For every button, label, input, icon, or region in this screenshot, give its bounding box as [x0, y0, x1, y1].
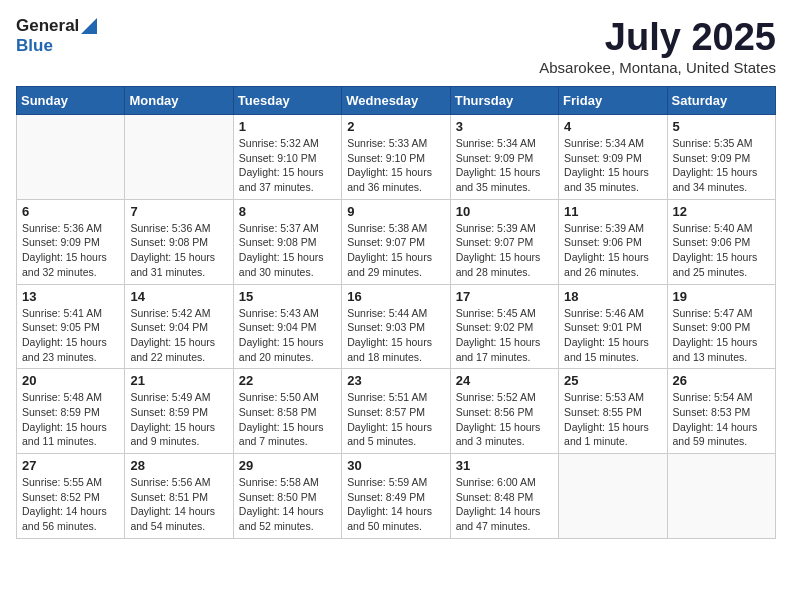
calendar-day-cell: 26Sunrise: 5:54 AM Sunset: 8:53 PM Dayli… — [667, 369, 775, 454]
day-number: 15 — [239, 289, 336, 304]
calendar-day-cell: 6Sunrise: 5:36 AM Sunset: 9:09 PM Daylig… — [17, 199, 125, 284]
day-info: Sunrise: 5:39 AM Sunset: 9:06 PM Dayligh… — [564, 221, 661, 280]
calendar-day-cell: 15Sunrise: 5:43 AM Sunset: 9:04 PM Dayli… — [233, 284, 341, 369]
day-info: Sunrise: 5:34 AM Sunset: 9:09 PM Dayligh… — [564, 136, 661, 195]
day-number: 1 — [239, 119, 336, 134]
calendar-day-cell: 4Sunrise: 5:34 AM Sunset: 9:09 PM Daylig… — [559, 115, 667, 200]
day-info: Sunrise: 5:38 AM Sunset: 9:07 PM Dayligh… — [347, 221, 444, 280]
calendar-day-cell: 11Sunrise: 5:39 AM Sunset: 9:06 PM Dayli… — [559, 199, 667, 284]
calendar-day-cell: 1Sunrise: 5:32 AM Sunset: 9:10 PM Daylig… — [233, 115, 341, 200]
day-info: Sunrise: 5:55 AM Sunset: 8:52 PM Dayligh… — [22, 475, 119, 534]
day-number: 17 — [456, 289, 553, 304]
month-title: July 2025 — [539, 16, 776, 59]
day-number: 28 — [130, 458, 227, 473]
day-number: 6 — [22, 204, 119, 219]
day-info: Sunrise: 5:47 AM Sunset: 9:00 PM Dayligh… — [673, 306, 770, 365]
logo-general: General — [16, 16, 79, 36]
day-number: 22 — [239, 373, 336, 388]
day-info: Sunrise: 5:40 AM Sunset: 9:06 PM Dayligh… — [673, 221, 770, 280]
day-info: Sunrise: 5:50 AM Sunset: 8:58 PM Dayligh… — [239, 390, 336, 449]
day-info: Sunrise: 5:32 AM Sunset: 9:10 PM Dayligh… — [239, 136, 336, 195]
day-number: 10 — [456, 204, 553, 219]
day-info: Sunrise: 5:42 AM Sunset: 9:04 PM Dayligh… — [130, 306, 227, 365]
weekday-header: Tuesday — [233, 87, 341, 115]
calendar-day-cell: 2Sunrise: 5:33 AM Sunset: 9:10 PM Daylig… — [342, 115, 450, 200]
day-number: 29 — [239, 458, 336, 473]
day-info: Sunrise: 5:45 AM Sunset: 9:02 PM Dayligh… — [456, 306, 553, 365]
calendar-day-cell: 27Sunrise: 5:55 AM Sunset: 8:52 PM Dayli… — [17, 454, 125, 539]
day-info: Sunrise: 5:56 AM Sunset: 8:51 PM Dayligh… — [130, 475, 227, 534]
calendar-day-cell — [17, 115, 125, 200]
day-info: Sunrise: 5:51 AM Sunset: 8:57 PM Dayligh… — [347, 390, 444, 449]
day-number: 14 — [130, 289, 227, 304]
day-number: 13 — [22, 289, 119, 304]
calendar-week-row: 20Sunrise: 5:48 AM Sunset: 8:59 PM Dayli… — [17, 369, 776, 454]
day-info: Sunrise: 5:34 AM Sunset: 9:09 PM Dayligh… — [456, 136, 553, 195]
calendar-day-cell: 9Sunrise: 5:38 AM Sunset: 9:07 PM Daylig… — [342, 199, 450, 284]
day-info: Sunrise: 6:00 AM Sunset: 8:48 PM Dayligh… — [456, 475, 553, 534]
calendar-day-cell: 16Sunrise: 5:44 AM Sunset: 9:03 PM Dayli… — [342, 284, 450, 369]
calendar-day-cell: 31Sunrise: 6:00 AM Sunset: 8:48 PM Dayli… — [450, 454, 558, 539]
logo: General Blue — [16, 16, 97, 56]
calendar-day-cell: 13Sunrise: 5:41 AM Sunset: 9:05 PM Dayli… — [17, 284, 125, 369]
calendar-day-cell — [559, 454, 667, 539]
calendar-day-cell: 19Sunrise: 5:47 AM Sunset: 9:00 PM Dayli… — [667, 284, 775, 369]
calendar-day-cell: 8Sunrise: 5:37 AM Sunset: 9:08 PM Daylig… — [233, 199, 341, 284]
calendar-day-cell: 28Sunrise: 5:56 AM Sunset: 8:51 PM Dayli… — [125, 454, 233, 539]
day-number: 19 — [673, 289, 770, 304]
calendar-week-row: 6Sunrise: 5:36 AM Sunset: 9:09 PM Daylig… — [17, 199, 776, 284]
logo-triangle-icon — [81, 18, 97, 34]
day-number: 12 — [673, 204, 770, 219]
day-number: 5 — [673, 119, 770, 134]
day-info: Sunrise: 5:59 AM Sunset: 8:49 PM Dayligh… — [347, 475, 444, 534]
calendar-table: SundayMondayTuesdayWednesdayThursdayFrid… — [16, 86, 776, 539]
day-number: 9 — [347, 204, 444, 219]
day-number: 24 — [456, 373, 553, 388]
calendar-day-cell: 10Sunrise: 5:39 AM Sunset: 9:07 PM Dayli… — [450, 199, 558, 284]
logo-blue: Blue — [16, 36, 53, 56]
weekday-header: Saturday — [667, 87, 775, 115]
day-number: 23 — [347, 373, 444, 388]
day-info: Sunrise: 5:43 AM Sunset: 9:04 PM Dayligh… — [239, 306, 336, 365]
calendar-day-cell: 12Sunrise: 5:40 AM Sunset: 9:06 PM Dayli… — [667, 199, 775, 284]
day-number: 3 — [456, 119, 553, 134]
day-info: Sunrise: 5:36 AM Sunset: 9:09 PM Dayligh… — [22, 221, 119, 280]
day-info: Sunrise: 5:49 AM Sunset: 8:59 PM Dayligh… — [130, 390, 227, 449]
calendar-day-cell: 7Sunrise: 5:36 AM Sunset: 9:08 PM Daylig… — [125, 199, 233, 284]
weekday-header: Monday — [125, 87, 233, 115]
day-number: 20 — [22, 373, 119, 388]
calendar-day-cell: 18Sunrise: 5:46 AM Sunset: 9:01 PM Dayli… — [559, 284, 667, 369]
day-number: 11 — [564, 204, 661, 219]
title-area: July 2025 Absarokee, Montana, United Sta… — [539, 16, 776, 76]
calendar-day-cell — [125, 115, 233, 200]
calendar-week-row: 13Sunrise: 5:41 AM Sunset: 9:05 PM Dayli… — [17, 284, 776, 369]
calendar-header-row: SundayMondayTuesdayWednesdayThursdayFrid… — [17, 87, 776, 115]
day-number: 21 — [130, 373, 227, 388]
day-info: Sunrise: 5:41 AM Sunset: 9:05 PM Dayligh… — [22, 306, 119, 365]
day-info: Sunrise: 5:46 AM Sunset: 9:01 PM Dayligh… — [564, 306, 661, 365]
day-number: 30 — [347, 458, 444, 473]
calendar-day-cell: 20Sunrise: 5:48 AM Sunset: 8:59 PM Dayli… — [17, 369, 125, 454]
location-title: Absarokee, Montana, United States — [539, 59, 776, 76]
weekday-header: Thursday — [450, 87, 558, 115]
calendar-day-cell: 22Sunrise: 5:50 AM Sunset: 8:58 PM Dayli… — [233, 369, 341, 454]
day-number: 27 — [22, 458, 119, 473]
day-info: Sunrise: 5:44 AM Sunset: 9:03 PM Dayligh… — [347, 306, 444, 365]
calendar-day-cell: 24Sunrise: 5:52 AM Sunset: 8:56 PM Dayli… — [450, 369, 558, 454]
calendar-day-cell: 3Sunrise: 5:34 AM Sunset: 9:09 PM Daylig… — [450, 115, 558, 200]
day-number: 4 — [564, 119, 661, 134]
weekday-header: Wednesday — [342, 87, 450, 115]
day-info: Sunrise: 5:39 AM Sunset: 9:07 PM Dayligh… — [456, 221, 553, 280]
page-header: General Blue July 2025 Absarokee, Montan… — [16, 16, 776, 76]
day-info: Sunrise: 5:52 AM Sunset: 8:56 PM Dayligh… — [456, 390, 553, 449]
weekday-header: Sunday — [17, 87, 125, 115]
calendar-day-cell: 25Sunrise: 5:53 AM Sunset: 8:55 PM Dayli… — [559, 369, 667, 454]
day-info: Sunrise: 5:48 AM Sunset: 8:59 PM Dayligh… — [22, 390, 119, 449]
calendar-day-cell: 30Sunrise: 5:59 AM Sunset: 8:49 PM Dayli… — [342, 454, 450, 539]
day-info: Sunrise: 5:37 AM Sunset: 9:08 PM Dayligh… — [239, 221, 336, 280]
day-number: 18 — [564, 289, 661, 304]
day-info: Sunrise: 5:33 AM Sunset: 9:10 PM Dayligh… — [347, 136, 444, 195]
calendar-week-row: 1Sunrise: 5:32 AM Sunset: 9:10 PM Daylig… — [17, 115, 776, 200]
calendar-day-cell — [667, 454, 775, 539]
day-info: Sunrise: 5:35 AM Sunset: 9:09 PM Dayligh… — [673, 136, 770, 195]
